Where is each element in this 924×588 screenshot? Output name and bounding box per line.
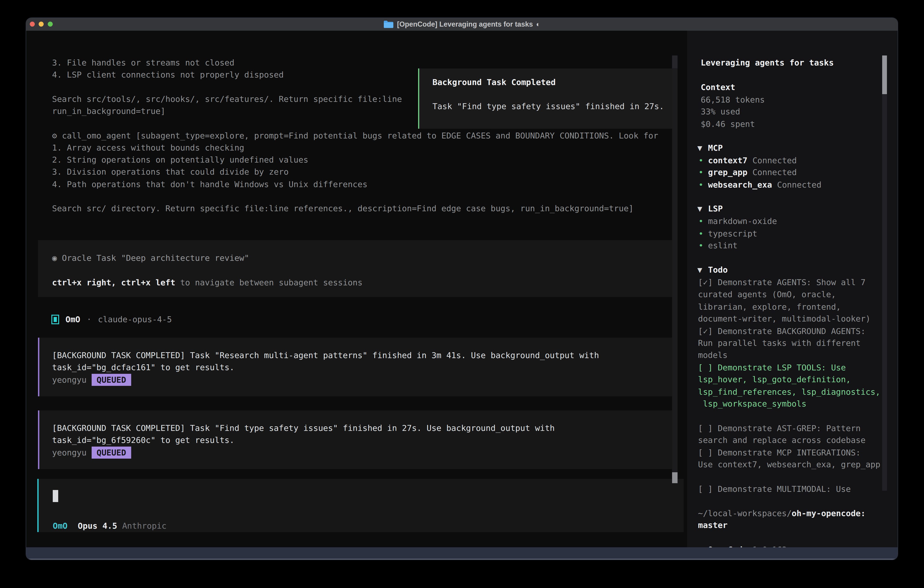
- task-completed-block: [BACKGROUND TASK COMPLETED] Task "Resear…: [38, 338, 676, 396]
- notification-title: Background Task Completed: [432, 76, 556, 88]
- todo-line-active: lsp_hover, lsp_goto_definition,: [698, 373, 851, 385]
- mcp-item: • grep_app Connected: [698, 166, 797, 178]
- context-spent: $0.46 spent: [701, 118, 755, 130]
- active-agent: OmO: [53, 520, 68, 532]
- gear-icon: ⚙: [52, 131, 57, 140]
- window-title: [OpenCode] Leveraging agents for tasks: [397, 20, 533, 28]
- todo-line-done: curated agents (OmO, oracle,: [698, 288, 836, 301]
- todo-line-pending: search and replace across codebase: [698, 434, 866, 446]
- main-scrollbar[interactable]: [672, 56, 678, 483]
- opencode-window: [OpenCode] Leveraging agents for tasks ◐…: [26, 18, 898, 560]
- agent-header: OmO · claude-opus-4-5: [51, 313, 172, 325]
- todo-line-done: [✓] Demonstrate BACKGROUND AGENTS:: [698, 325, 866, 337]
- lsp-item: • markdown-oxide: [698, 215, 777, 227]
- tool-call-header: ⚙ call_omo_agent [subagent_type=explore,…: [52, 130, 658, 142]
- prompt-input[interactable]: OmO Opus 4.5 Anthropic: [37, 479, 684, 532]
- context-tokens: 66,518 tokens: [701, 94, 765, 106]
- task-block-line: [BACKGROUND TASK COMPLETED] Task "Resear…: [52, 349, 599, 361]
- todo-line-pending: Use context7, websearch_exa, grep_app: [698, 458, 880, 471]
- minimize-button[interactable]: [39, 21, 44, 26]
- todo-line-done: librarian, explore, frontend,: [698, 301, 841, 313]
- main-scrollbar-thumb[interactable]: [672, 472, 678, 483]
- tool-call-line: 1. Array access without bounds checking: [52, 142, 244, 154]
- oracle-task-heading: ◉ Oracle Task "Deep architecture review": [52, 252, 249, 264]
- session-sidebar: Leveraging agents for tasks Context 66,5…: [687, 31, 898, 547]
- status-bullet-icon: •: [698, 179, 708, 191]
- agent-name: OmO: [66, 313, 80, 325]
- queued-badge: QUEUED: [92, 374, 131, 386]
- scrollback-line: 3. File handles or streams not closed: [52, 57, 234, 69]
- separator-dot: ·: [87, 313, 92, 325]
- status-bullet-icon: •: [698, 154, 708, 167]
- tool-call-line: Search src/ directory. Return specific f…: [52, 202, 634, 215]
- tool-call-line: 4. Path operations that don't handle Win…: [52, 178, 368, 190]
- session-title: Leveraging agents for tasks: [701, 57, 834, 69]
- model-statusline: OmO Opus 4.5 Anthropic: [53, 520, 167, 532]
- todo-line-active: lsp_find_references, lsp_diagnostics,: [698, 386, 880, 398]
- scrollback-line: 4. LSP client connections not properly d…: [52, 69, 284, 81]
- mcp-section-header[interactable]: ▼ MCP: [697, 142, 723, 154]
- task-block-line: [BACKGROUND TASK COMPLETED] Task "Find t…: [52, 422, 555, 434]
- collapse-triangle-icon: ▼: [697, 142, 708, 154]
- background-task-notification: Background Task Completed Task "Find typ…: [418, 68, 676, 129]
- todo-line-active: lsp_workspace_symbols: [698, 398, 807, 410]
- task-user: yeongyu: [52, 375, 87, 385]
- collapse-triangle-icon: ▼: [697, 203, 708, 215]
- queued-badge: QUEUED: [92, 447, 131, 459]
- tool-call-line: 2. String operations on potentially unde…: [52, 154, 308, 166]
- notification-body: Task "Find type safety issues" finished …: [432, 100, 664, 112]
- workspace-path: ~/local-workspaces/oh-my-opencode:: [698, 507, 866, 519]
- close-button[interactable]: [30, 21, 35, 26]
- mcp-item: • websearch_exa Connected: [698, 179, 822, 191]
- zoom-button[interactable]: [48, 21, 53, 26]
- window-bottom-strip: [26, 547, 898, 560]
- lsp-item: • eslint: [698, 239, 738, 251]
- lsp-section-header[interactable]: ▼ LSP: [697, 203, 723, 215]
- mcp-item: • context7 Connected: [698, 154, 797, 167]
- task-completed-block: [BACKGROUND TASK COMPLETED] Task "Find t…: [38, 410, 676, 469]
- context-used: 33% used: [701, 106, 740, 117]
- loading-indicator-icon: ◐: [536, 20, 540, 28]
- todo-line-active: [ ] Demonstrate LSP TOOLS: Use: [698, 362, 846, 373]
- sidebar-scrollbar[interactable]: [882, 56, 887, 491]
- sidebar-scrollbar-thumb[interactable]: [882, 56, 887, 94]
- status-bullet-icon: •: [698, 215, 708, 227]
- todo-line-done: [✓] Demonstrate AGENTS: Show all 7: [698, 276, 866, 288]
- agent-model: claude-opus-4-5: [98, 313, 172, 325]
- todo-line-done: models: [698, 349, 728, 361]
- lsp-item: • typescript: [698, 228, 757, 239]
- todo-line-pending: [ ] Demonstrate MULTIMODAL: Use: [698, 483, 851, 495]
- subagent-nav-hint: ctrl+x right, ctrl+x left to navigate be…: [52, 276, 362, 289]
- context-heading: Context: [701, 81, 735, 93]
- active-model: Opus 4.5: [78, 520, 117, 532]
- collapse-triangle-icon: ▼: [697, 264, 708, 276]
- task-user: yeongyu: [52, 448, 87, 457]
- todo-line-pending: [ ] Demonstrate AST-GREP: Pattern: [698, 422, 861, 434]
- tool-call-line: 3. Division operations that could divide…: [52, 166, 289, 178]
- task-block-meta: yeongyuQUEUED: [52, 447, 131, 459]
- terminal-pane: 3. File handles or streams not closed 4.…: [26, 31, 687, 547]
- main-scrollbar-thumb-top[interactable]: [672, 56, 678, 68]
- todo-line-pending: [ ] Demonstrate MCP INTEGRATIONS:: [698, 447, 861, 459]
- task-block-line: task_id="bg_dcfac161" to get results.: [52, 361, 234, 373]
- status-bullet-icon: •: [698, 239, 708, 251]
- todo-line-done: Run parallel tasks with different: [698, 337, 861, 349]
- todo-line-done: document-writer, multimodal-looker): [698, 313, 871, 325]
- todo-section-header[interactable]: ▼ Todo: [697, 264, 728, 276]
- status-bullet-icon: •: [698, 166, 708, 178]
- agent-checkbox-icon: [51, 315, 59, 324]
- folder-icon: [383, 20, 394, 28]
- oracle-task-box: ◉ Oracle Task "Deep architecture review"…: [38, 240, 676, 297]
- task-block-meta: yeongyuQUEUED: [52, 374, 131, 386]
- scrollback-line: run_in_background=true]: [52, 105, 165, 117]
- title-bar: [OpenCode] Leveraging agents for tasks ◐: [26, 18, 898, 31]
- scrollback-line: Search src/tools/, src/hooks/, src/featu…: [52, 93, 402, 105]
- model-provider: Anthropic: [122, 520, 167, 532]
- text-cursor: [53, 490, 58, 502]
- task-block-line: task_id="bg_6f59260c" to get results.: [52, 434, 234, 446]
- status-bullet-icon: •: [698, 228, 708, 239]
- workspace-branch: master: [698, 519, 728, 531]
